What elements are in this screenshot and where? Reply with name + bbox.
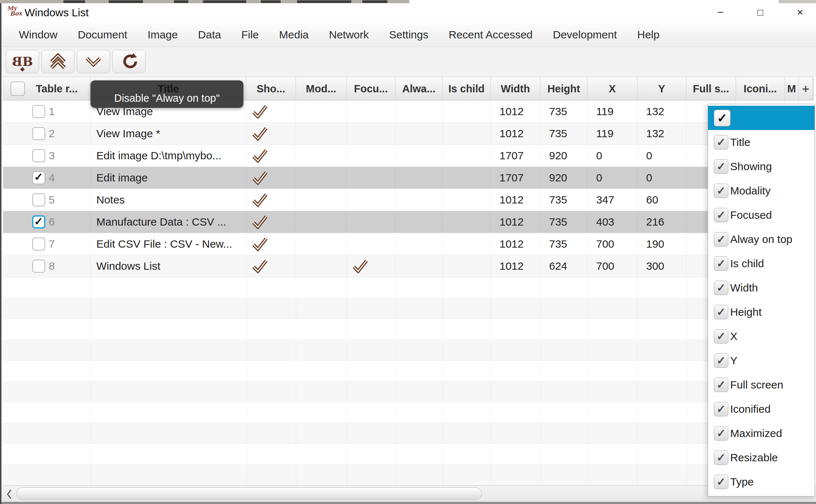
menu-image[interactable]: Image: [137, 22, 188, 47]
column-header-alwa[interactable]: Alwa...: [396, 77, 443, 101]
column-menu-item-resizable[interactable]: ✓Resizable: [708, 445, 815, 470]
row-select-checkbox[interactable]: [32, 193, 45, 206]
row-select-checkbox[interactable]: ✓: [32, 215, 45, 228]
column-menu-item-showing[interactable]: ✓Showing: [708, 154, 815, 178]
send-down-button[interactable]: [77, 50, 110, 73]
column-checkbox[interactable]: ✓: [714, 402, 728, 416]
close-button[interactable]: ×: [788, 3, 812, 22]
select-all-checkbox[interactable]: [11, 81, 25, 96]
column-checkbox[interactable]: ✓: [714, 281, 728, 295]
column-header-sho[interactable]: Sho...: [246, 77, 296, 101]
column-checkbox[interactable]: ✓: [714, 353, 728, 368]
check-icon: [352, 259, 368, 273]
column-checkbox[interactable]: ✓: [714, 208, 728, 222]
column-header-iconi[interactable]: Iconi...: [736, 77, 785, 101]
scrollbar-thumb[interactable]: [16, 487, 482, 500]
horizontal-scrollbar[interactable]: [1, 486, 816, 502]
menu-data[interactable]: Data: [188, 22, 231, 47]
row-select-checkbox[interactable]: [32, 105, 45, 118]
always_on_top-cell: [396, 123, 443, 144]
menu-recent-accessed[interactable]: Recent Accessed: [439, 22, 543, 47]
grid-line: [443, 277, 443, 486]
column-header-is-child[interactable]: Is child: [443, 77, 491, 101]
menu-settings[interactable]: Settings: [379, 22, 438, 47]
menu-development[interactable]: Development: [543, 22, 627, 47]
menu-network[interactable]: Network: [319, 22, 379, 47]
refresh-button[interactable]: [112, 50, 146, 73]
add-column-button[interactable]: +: [799, 77, 813, 101]
column-checkbox[interactable]: ✓: [714, 159, 728, 174]
column-menu-item-iconified[interactable]: ✓Iconified: [708, 397, 815, 421]
menu-window[interactable]: Window: [9, 22, 68, 47]
column-menu-label: Full screen: [730, 379, 783, 391]
minimize-button[interactable]: −: [709, 3, 732, 22]
menu-media[interactable]: Media: [269, 22, 319, 47]
column-checkbox[interactable]: ✓: [714, 256, 728, 271]
column-menu-item-type[interactable]: ✓Type: [708, 470, 815, 494]
column-menu-item-alway-on-top[interactable]: ✓Alway on top: [708, 227, 815, 251]
table-row-3[interactable]: 3Edit image D:\tmp\mybo...170792000: [3, 145, 813, 167]
column-checkbox[interactable]: ✓: [714, 110, 731, 126]
column-header-width[interactable]: Width: [491, 77, 540, 101]
row-select-cell: ✓6: [3, 211, 91, 233]
y-cell: 60: [637, 189, 686, 211]
column-header-m[interactable]: M: [785, 77, 799, 101]
table-row-8[interactable]: 8Windows List1012624700300: [3, 255, 813, 277]
column-checkbox[interactable]: ✓: [714, 184, 728, 198]
column-menu-item-is-child[interactable]: ✓Is child: [708, 251, 815, 276]
column-checkbox[interactable]: ✓: [714, 305, 728, 319]
column-checkbox[interactable]: ✓: [714, 450, 728, 465]
focused-cell: [347, 123, 396, 144]
menu-bar: WindowDocumentImageDataFileMediaNetworkS…: [1, 22, 816, 47]
column-header-x[interactable]: X: [587, 77, 637, 101]
maximize-button[interactable]: □: [749, 3, 772, 22]
column-checkbox[interactable]: ✓: [714, 378, 728, 392]
row-select-cell: 1: [3, 101, 91, 122]
column-header-y[interactable]: Y: [637, 77, 686, 101]
menu-file[interactable]: File: [231, 22, 269, 47]
column-menu-item-modality[interactable]: ✓Modality: [708, 178, 815, 203]
column-menu-item-x[interactable]: ✓X: [708, 324, 815, 348]
scroll-left-button[interactable]: [4, 489, 14, 500]
column-header-focu[interactable]: Focu...: [347, 77, 396, 101]
column-checkbox[interactable]: ✓: [714, 329, 728, 344]
column-menu-label: Y: [730, 354, 737, 367]
table-row-2[interactable]: 2View Image *1012735119132: [3, 123, 813, 145]
menu-help[interactable]: Help: [627, 22, 670, 47]
chevron-left-icon: [6, 489, 12, 500]
row-select-checkbox[interactable]: ✓: [32, 171, 45, 184]
column-menu-item-height[interactable]: ✓Height: [708, 300, 815, 324]
column-header-label: Focu...: [354, 83, 388, 95]
column-menu-item-title[interactable]: ✓Title: [708, 130, 815, 154]
column-checkbox[interactable]: ✓: [714, 426, 728, 441]
column-checkbox[interactable]: ✓: [714, 135, 728, 150]
menu-document[interactable]: Document: [68, 22, 138, 47]
column-checkbox[interactable]: ✓: [714, 232, 728, 247]
column-header-table-r[interactable]: Table r...: [3, 77, 91, 101]
bring-to-front-button[interactable]: [41, 50, 75, 73]
focused-cell: [347, 189, 396, 211]
column-menu-item-y[interactable]: ✓Y: [708, 348, 815, 373]
column-header-full-s[interactable]: Full s...: [686, 77, 736, 101]
column-menu-item-maximized[interactable]: ✓Maximized: [708, 421, 815, 445]
mybox-button[interactable]: BB: [6, 50, 39, 73]
column-menu-label: Iconified: [730, 403, 771, 415]
column-header-mod[interactable]: Mod...: [296, 77, 347, 101]
column-menu-label: X: [730, 330, 737, 343]
row-select-checkbox[interactable]: [32, 238, 45, 251]
table-row-7[interactable]: 7Edit CSV File : CSV - New...10127357001…: [3, 233, 813, 255]
row-select-checkbox[interactable]: [32, 127, 45, 140]
row-index: 2: [49, 127, 61, 140]
column-menu-item-width[interactable]: ✓Width: [708, 276, 815, 300]
check-icon: [251, 215, 268, 229]
column-menu-item-focused[interactable]: ✓Focused: [708, 203, 815, 227]
table-row-4[interactable]: ✓4Edit image170792000: [3, 167, 813, 189]
table-row-5[interactable]: 5Notes101273534760: [3, 189, 813, 211]
column-menu-item-select-all[interactable]: ✓: [708, 106, 815, 130]
row-select-checkbox[interactable]: [32, 149, 45, 162]
column-checkbox[interactable]: ✓: [714, 475, 728, 489]
column-menu-item-full-screen[interactable]: ✓Full screen: [708, 373, 815, 397]
row-select-checkbox[interactable]: [32, 260, 45, 273]
column-header-height[interactable]: Height: [540, 77, 587, 101]
table-row-6[interactable]: ✓6Manufacture Data : CSV ...101273540321…: [3, 211, 813, 233]
